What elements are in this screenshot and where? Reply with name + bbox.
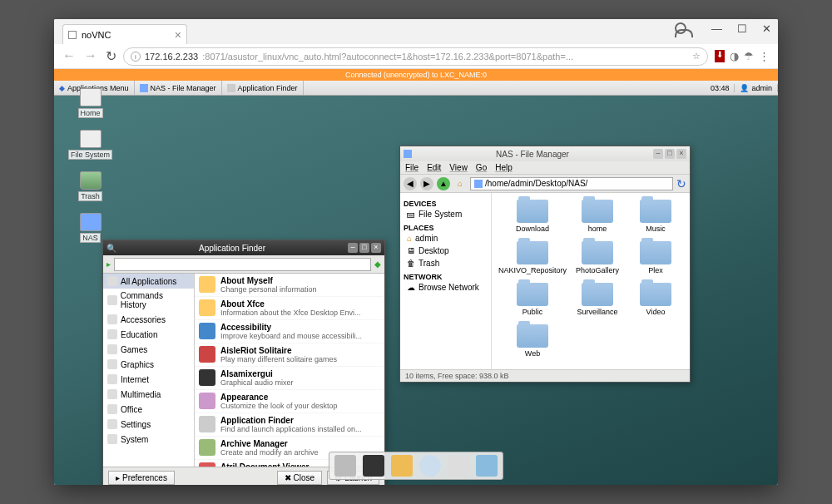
fm-statusbar: 10 items, Free space: 938.0 kB	[400, 369, 690, 381]
dock-item-2[interactable]	[391, 455, 413, 477]
desktop-icon-home[interactable]: Home	[68, 88, 112, 118]
af-app-item[interactable]: Application FinderFind and launch applic…	[195, 413, 384, 437]
minimize-button[interactable]: —	[711, 22, 722, 35]
fm-folder[interactable]: Web	[498, 324, 567, 358]
af-app-item[interactable]: AisleRiot SolitairePlay many different s…	[195, 343, 384, 367]
taskbar-task-1[interactable]: Application Finder	[222, 81, 304, 95]
fm-folder[interactable]: Download	[498, 200, 567, 233]
fm-up[interactable]: ▲	[437, 177, 450, 190]
fm-menu-item[interactable]: Edit	[427, 163, 441, 172]
af-max[interactable]: □	[359, 243, 369, 253]
taskbar-task-0[interactable]: NAS - File Manager	[135, 81, 222, 95]
tab-close-icon[interactable]: ×	[175, 28, 181, 42]
fm-folder[interactable]: Public	[498, 283, 567, 316]
close-button[interactable]: ✕	[762, 22, 771, 35]
dock-item-0[interactable]	[334, 455, 356, 477]
af-app-list: About MyselfChange personal informationA…	[195, 274, 384, 467]
fm-refresh[interactable]: ↻	[676, 177, 686, 190]
info-icon: i	[131, 52, 141, 62]
dock-item-4[interactable]	[448, 455, 469, 477]
folder-icon	[404, 150, 412, 158]
af-category[interactable]: Graphics	[103, 357, 194, 372]
preferences-button[interactable]: ▸ Preferences	[108, 471, 175, 485]
user-menu[interactable]: 👤admin	[735, 84, 778, 92]
af-category[interactable]: Commands History	[103, 289, 194, 312]
file-manager-window: NAS - File Manager –□× FileEditViewGoHel…	[399, 146, 691, 383]
af-app-item[interactable]: About XfceInformation about the Xfce Des…	[195, 297, 384, 320]
fm-sidebar: DEVICES 🖴File System PLACES ⌂admin 🖥Desk…	[400, 193, 492, 369]
browser-tab[interactable]: noVNC ×	[62, 24, 187, 44]
vnc-viewport: Connected (unencrypted) to LXC_NAME:0 ◆A…	[54, 69, 778, 485]
fm-side-desktop[interactable]: 🖥Desktop	[404, 245, 488, 257]
dock-item-3[interactable]	[419, 455, 441, 477]
af-category[interactable]: Games	[103, 342, 194, 357]
desktop-icon-trash[interactable]: Trash	[68, 171, 112, 201]
af-category[interactable]: Education	[103, 327, 194, 342]
fm-folder[interactable]: Surveillance	[570, 283, 625, 316]
xfce-taskbar: ◆Applications Menu NAS - File Manager Ap…	[54, 81, 778, 96]
url-path: :8071/asustor_linux/vnc_auto.html?autoco…	[202, 52, 573, 62]
go-icon[interactable]: ◆	[374, 259, 381, 269]
af-titlebar[interactable]: 🔍 Application Finder –□×	[103, 240, 384, 255]
fm-folder[interactable]: Video	[628, 283, 683, 316]
dock-item-1[interactable]	[363, 455, 384, 477]
fm-path-field[interactable]: /home/admin/Desktop/NAS/	[470, 177, 673, 190]
address-bar: ← → ↻ i 172.16.2.233:8071/asustor_linux/…	[54, 44, 778, 69]
fm-folder[interactable]: home	[570, 200, 625, 233]
af-categories: All ApplicationsCommands HistoryAccessor…	[103, 274, 195, 467]
fm-max[interactable]: □	[665, 149, 675, 159]
close-button[interactable]: ✖ Close	[277, 471, 323, 485]
fm-close[interactable]: ×	[676, 149, 686, 159]
af-category[interactable]: Office	[103, 402, 194, 417]
back-button[interactable]: ←	[62, 48, 76, 64]
reload-button[interactable]: ↻	[106, 48, 116, 64]
fm-back[interactable]: ◀	[404, 177, 417, 190]
search-icon: 🔍	[106, 244, 116, 253]
fm-side-admin[interactable]: ⌂admin	[404, 232, 488, 245]
fm-side-network[interactable]: ☁Browse Network	[404, 281, 488, 294]
dock-item-5[interactable]	[476, 455, 498, 477]
af-close[interactable]: ×	[371, 243, 381, 253]
fm-menu-item[interactable]: File	[405, 163, 418, 172]
fm-fwd[interactable]: ▶	[420, 177, 433, 190]
tab-title: noVNC	[82, 30, 111, 40]
profile-icon[interactable]	[675, 22, 686, 34]
fm-folder[interactable]: PhotoGallery	[570, 241, 625, 274]
maximize-button[interactable]: ☐	[737, 22, 747, 35]
fm-min[interactable]: –	[653, 149, 663, 159]
expand-icon[interactable]: ▸	[106, 259, 111, 269]
fm-home[interactable]: ⌂	[453, 177, 467, 190]
af-category[interactable]: Accessories	[103, 312, 194, 327]
af-app-item[interactable]: AlsamixerguiGraphical audio mixer	[195, 367, 384, 390]
fm-menu-item[interactable]: View	[449, 163, 468, 172]
fm-folder-grid: DownloadhomeMusicNAKIVO_RepositoryPhotoG…	[492, 193, 690, 369]
desktop-icon-nas[interactable]: NAS	[68, 213, 112, 243]
extension-icon-3[interactable]: ☂	[744, 50, 754, 62]
bookmark-icon[interactable]: ☆	[692, 51, 701, 62]
fm-side-trash[interactable]: 🗑Trash	[404, 257, 488, 269]
af-search-input[interactable]	[114, 258, 371, 271]
af-min[interactable]: –	[348, 243, 358, 253]
url-host: 172.16.2.233	[145, 52, 198, 62]
af-category[interactable]: Internet	[103, 372, 194, 387]
fm-folder[interactable]: Music	[628, 200, 683, 233]
fm-folder[interactable]: Plex	[628, 241, 683, 274]
af-app-item[interactable]: AppearanceCustomize the look of your des…	[195, 390, 384, 413]
af-app-item[interactable]: AccessibilityImprove keyboard and mouse …	[195, 320, 384, 343]
af-app-item[interactable]: About MyselfChange personal information	[195, 274, 384, 297]
af-category[interactable]: All Applications	[103, 274, 194, 289]
fm-menu-item[interactable]: Go	[476, 163, 487, 172]
af-category[interactable]: Multimedia	[103, 387, 194, 402]
url-field[interactable]: i 172.16.2.233:8071/asustor_linux/vnc_au…	[123, 47, 708, 66]
af-category[interactable]: Settings	[103, 417, 194, 432]
fm-titlebar[interactable]: NAS - File Manager –□×	[400, 146, 690, 161]
forward-button[interactable]: →	[84, 48, 97, 64]
af-category[interactable]: System	[103, 432, 194, 447]
fm-side-filesystem[interactable]: 🖴File System	[404, 208, 488, 220]
extension-icon-2[interactable]: ◑	[730, 50, 739, 62]
menu-icon[interactable]: ⋮	[759, 50, 770, 62]
desktop-icon-filesystem[interactable]: File System	[68, 130, 112, 160]
fm-folder[interactable]: NAKIVO_Repository	[498, 241, 567, 274]
fm-menu-item[interactable]: Help	[495, 163, 513, 172]
extension-icon-1[interactable]: ⬇	[715, 50, 725, 62]
